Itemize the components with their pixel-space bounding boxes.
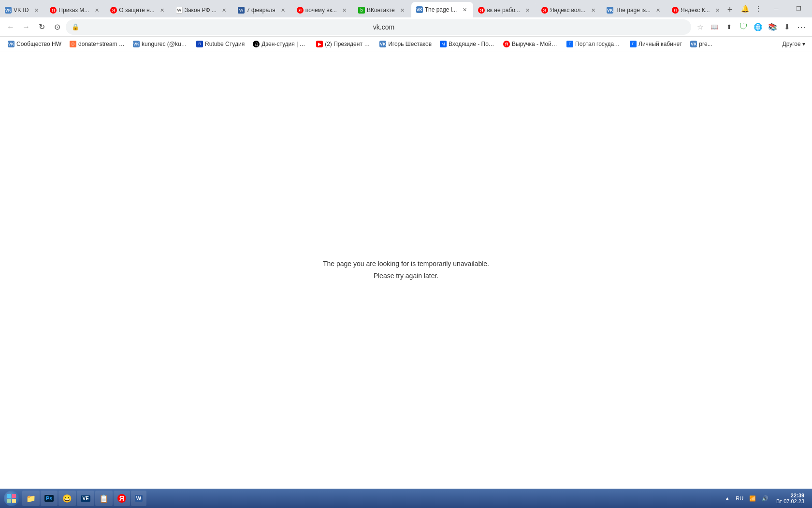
reload-button[interactable]: ↻	[35, 20, 48, 34]
bookmark-favicon-3: R	[196, 41, 203, 47]
address-bar-container[interactable]: 🔒 vk.com	[66, 19, 691, 35]
taskbar-yandex-browser[interactable]: Я	[114, 491, 130, 506]
tab-close-tab7[interactable]: ✕	[399, 6, 406, 14]
tab-label-tab11: The page is...	[615, 7, 651, 14]
browser-menu-button[interactable]: ⋮	[752, 2, 765, 15]
tab-close-tab6[interactable]: ✕	[341, 6, 348, 14]
taskbar-explorer[interactable]: 📁	[22, 491, 40, 506]
tab-close-tab4[interactable]: ✕	[220, 6, 228, 14]
taskbar-photoshop[interactable]: Ps	[41, 491, 58, 506]
new-tab-button[interactable]: +	[727, 3, 733, 16]
bookmark-favicon-6: VK	[379, 41, 386, 47]
bookmark-item-4[interactable]: ДДзен-студия | Дж...	[249, 39, 312, 49]
show-hidden-icons[interactable]: ▲	[723, 494, 732, 502]
downloads-button[interactable]: ⬇	[780, 20, 794, 34]
tab-tab6[interactable]: Япочему вк...✕	[292, 3, 353, 17]
bookmark-item-9[interactable]: ГПортал государс...	[563, 39, 625, 49]
clock-date: Вт 07.02.23	[776, 498, 804, 504]
tab-favicon-tab6: Я	[297, 7, 304, 14]
bookmark-item-6[interactable]: VKИгорь Шестаков	[376, 39, 435, 49]
tab-label-tab5: 7 февраля	[246, 7, 276, 14]
windows-logo-icon	[7, 493, 16, 503]
share-button[interactable]: ⬆	[722, 20, 736, 34]
bookmark-label-7: Входящие - Почт...	[449, 41, 495, 47]
tab-close-tab11[interactable]: ✕	[654, 6, 662, 14]
close-button[interactable]: ✕	[810, 0, 812, 17]
systray: ▲ RU 📶 🔊 22:39 Вт 07.02.23	[719, 489, 812, 508]
tab-close-tab10[interactable]: ✕	[589, 6, 597, 14]
taskbar-word[interactable]: W	[131, 491, 146, 506]
tab-label-tab9: вк не рабо...	[487, 7, 520, 14]
bookmark-label-1: donate+stream | л...	[78, 41, 125, 47]
shield-button[interactable]: 🛡	[737, 20, 750, 34]
bookmark-item-5[interactable]: ▶(2) Президент Рос...	[312, 39, 375, 49]
bookmark-item-0[interactable]: VKСообщество HW	[4, 39, 65, 49]
home-button[interactable]: ⊙	[50, 20, 64, 34]
tab-close-tab3[interactable]: ✕	[159, 6, 166, 14]
reader-mode-button[interactable]: 📖	[708, 20, 721, 34]
tab-favicon-tab7: b	[358, 7, 365, 14]
system-clock[interactable]: 22:39 Вт 07.02.23	[772, 492, 808, 505]
settings-menu-button[interactable]: ⋯	[795, 20, 808, 34]
tab-tab12[interactable]: ЯЯндекс К...✕	[667, 3, 726, 17]
tab-label-tab2: Приказ М...	[58, 7, 89, 14]
tab-tab9[interactable]: Явк не рабо...✕	[473, 3, 536, 17]
svg-rect-0	[7, 494, 11, 498]
tab-favicon-tab3: Я	[110, 7, 117, 14]
bookmark-item-3[interactable]: RRutube Студия	[192, 39, 248, 49]
bookmark-item-2[interactable]: VKkungurec (@kung...	[129, 39, 192, 49]
bookmark-label-0: Сообщество HW	[16, 41, 61, 47]
tab-close-tab2[interactable]: ✕	[93, 6, 101, 14]
tab-bar: VKVK ID✕ЯПриказ М...✕ЯО защите н...✕WЗак…	[0, 0, 812, 17]
tab-tab2[interactable]: ЯПриказ М...✕	[45, 3, 105, 17]
bookmark-favicon-10: Г	[630, 41, 637, 47]
tab-tab10[interactable]: ЯЯндекс вол...✕	[536, 3, 602, 17]
start-button[interactable]	[2, 490, 21, 507]
taskbar-notes[interactable]: 📋	[95, 491, 113, 506]
browser-window: VKVK ID✕ЯПриказ М...✕ЯО защите н...✕WЗак…	[0, 0, 812, 508]
tab-tab1[interactable]: VKVK ID✕	[0, 3, 45, 17]
bookmark-star-button[interactable]: ☆	[693, 20, 707, 34]
address-bar[interactable]: vk.com	[82, 23, 685, 31]
tab-close-tab5[interactable]: ✕	[279, 6, 287, 14]
tab-tab5[interactable]: W7 февраля✕	[233, 3, 292, 17]
bookmark-item-10[interactable]: ГЛичный кабинет	[626, 39, 686, 49]
tab-tab4[interactable]: WЗакон РФ ...✕	[171, 3, 233, 17]
nav-right: ☆ 📖 ⬆ 🛡 🌐 📚 ⬇ ⋯	[693, 20, 808, 34]
bookmark-item-11[interactable]: VKpre...	[686, 39, 716, 49]
tab-close-tab9[interactable]: ✕	[524, 6, 532, 14]
network-icon[interactable]: 📶	[747, 494, 758, 503]
forward-button[interactable]: →	[19, 20, 33, 34]
bookmark-label-3: Rutube Студия	[205, 41, 245, 47]
taskbar-video-editor[interactable]: VE	[77, 491, 94, 506]
tab-label-tab3: О защите н...	[119, 7, 154, 14]
bookmark-item-7[interactable]: MВходящие - Почт...	[436, 39, 499, 49]
tab-label-tab8: The page i...	[425, 6, 457, 13]
tab-tab11[interactable]: VKThe page is...✕	[602, 3, 667, 17]
lang-indicator[interactable]: RU	[734, 494, 745, 502]
tab-favicon-tab4: W	[176, 7, 183, 14]
back-button[interactable]: ←	[4, 20, 17, 34]
tab-favicon-tab2: Я	[50, 7, 57, 14]
tab-tab3[interactable]: ЯО защите н...✕	[105, 3, 171, 17]
bookmark-favicon-2: VK	[133, 41, 140, 47]
notifications-button[interactable]: 🔔	[738, 2, 752, 15]
tab-label-tab10: Яндекс вол...	[550, 7, 585, 14]
tab-close-tab1[interactable]: ✕	[32, 6, 40, 14]
bookmarks-more-button[interactable]: Другое ▾	[780, 39, 808, 49]
collections-button[interactable]: 📚	[766, 20, 779, 34]
translate-button[interactable]: 🌐	[751, 20, 765, 34]
tab-tab7[interactable]: bВКонтакте✕	[353, 3, 411, 17]
bookmark-favicon-8: Я	[503, 41, 510, 47]
bookmark-favicon-9: Г	[566, 41, 573, 47]
bookmark-favicon-11: VK	[690, 41, 697, 47]
tab-close-tab8[interactable]: ✕	[461, 6, 468, 14]
taskbar-emoji[interactable]: 😀	[58, 491, 76, 506]
restore-button[interactable]: ❐	[787, 0, 810, 17]
minimize-button[interactable]: ─	[765, 0, 787, 17]
bookmark-item-1[interactable]: Ddonate+stream | л...	[66, 39, 129, 49]
tab-tab8[interactable]: VKThe page i...✕	[411, 2, 474, 17]
bookmark-item-8[interactable]: ЯВыручка - Мой н...	[499, 39, 562, 49]
sound-icon[interactable]: 🔊	[760, 494, 770, 503]
tab-close-tab12[interactable]: ✕	[714, 6, 722, 14]
